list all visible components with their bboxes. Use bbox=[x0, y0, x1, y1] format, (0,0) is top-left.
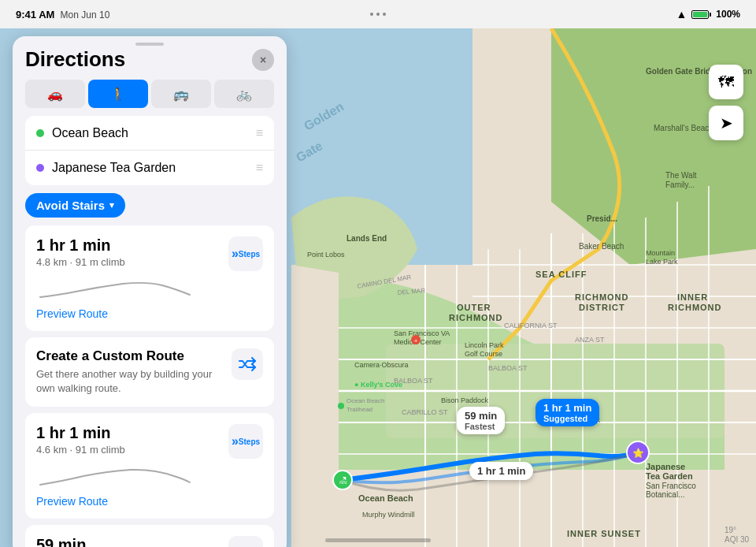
route-list[interactable]: 1 hr 1 min 4.8 km · 91 m climb » Steps P… bbox=[13, 225, 287, 547]
route-card-3[interactable]: 59 min 4.6 km · 91 m climb » Steps bbox=[25, 525, 274, 547]
svg-text:Baker Beach: Baker Beach bbox=[579, 242, 624, 251]
start-label: Ocean Beach bbox=[52, 126, 248, 140]
route-bubble-third[interactable]: 1 hr 1 min bbox=[469, 462, 533, 480]
svg-text:BALBOA ST: BALBOA ST bbox=[394, 377, 433, 385]
route-2-time: 1 hr 1 min bbox=[36, 424, 125, 442]
route-bubble-fastest[interactable]: 59 min Fastest bbox=[457, 407, 505, 434]
status-bar: 9:41 AM Mon Jun 10 ▲ 100% bbox=[0, 0, 756, 28]
route-card-1[interactable]: 1 hr 1 min 4.8 km · 91 m climb » Steps P… bbox=[25, 225, 274, 331]
tab-transit[interactable]: 🚌 bbox=[151, 80, 211, 108]
battery-percent: 100% bbox=[716, 9, 740, 20]
svg-text:Trailhead: Trailhead bbox=[346, 406, 372, 413]
custom-route-text: Create a Custom Route Get there another … bbox=[36, 348, 222, 396]
custom-route-card[interactable]: Create a Custom Route Get there another … bbox=[25, 337, 274, 407]
avoid-stairs-button[interactable]: Avoid Stairs ▾ bbox=[25, 193, 125, 218]
svg-text:Tea Garden: Tea Garden bbox=[646, 471, 693, 481]
route-2-steps-button[interactable]: » Steps bbox=[228, 424, 263, 459]
svg-text:Ocean Beach: Ocean Beach bbox=[358, 493, 413, 503]
tab-walk[interactable]: 🚶 bbox=[88, 80, 148, 108]
tab-car[interactable]: 🚗 bbox=[25, 80, 85, 108]
svg-text:San Francisco: San Francisco bbox=[646, 482, 696, 490]
route-card-3-header: 59 min 4.6 km · 91 m climb » Steps bbox=[36, 536, 263, 547]
status-right: ▲ 100% bbox=[676, 8, 740, 20]
route-inputs: Ocean Beach ≡ Japanese Tea Garden ≡ bbox=[25, 116, 274, 185]
start-input-row[interactable]: Ocean Beach ≡ bbox=[25, 116, 274, 151]
route-3-time: 59 min bbox=[36, 536, 125, 547]
transport-tabs: 🚗 🚶 🚌 🚲 bbox=[13, 80, 287, 116]
location-button[interactable]: ➤ bbox=[709, 106, 743, 140]
route-2-preview-link[interactable]: Preview Route bbox=[36, 495, 263, 508]
svg-text:Mountain: Mountain bbox=[646, 249, 675, 257]
svg-text:OUTER: OUTER bbox=[457, 303, 491, 312]
svg-text:AQI 30: AQI 30 bbox=[724, 535, 750, 544]
route-1-time: 1 hr 1 min bbox=[36, 236, 125, 255]
route-2-meta: 4.6 km · 91 m climb bbox=[36, 444, 125, 456]
top-dots bbox=[370, 0, 386, 28]
panel-header: Directions × bbox=[13, 47, 287, 80]
battery-icon bbox=[691, 10, 711, 19]
bubble-time: 59 min bbox=[465, 410, 497, 422]
drag-handle bbox=[13, 36, 287, 47]
route-1-steps-button[interactable]: » Steps bbox=[228, 236, 263, 271]
svg-text:Lake Park: Lake Park bbox=[646, 258, 678, 266]
end-drag-icon: ≡ bbox=[256, 161, 263, 175]
svg-text:RICHMOND: RICHMOND bbox=[668, 303, 722, 312]
svg-text:San Francisco VA: San Francisco VA bbox=[394, 329, 450, 337]
svg-text:CABRILLO ST: CABRILLO ST bbox=[402, 408, 448, 416]
route-1-info: 1 hr 1 min 4.8 km · 91 m climb bbox=[36, 236, 125, 268]
start-drag-icon: ≡ bbox=[256, 126, 263, 140]
home-indicator bbox=[325, 538, 431, 542]
end-dot bbox=[36, 164, 44, 172]
avoid-chevron: ▾ bbox=[109, 200, 114, 210]
map-buttons: 🗺 ➤ bbox=[709, 65, 743, 140]
route-1-meta: 4.8 km · 91 m climb bbox=[36, 256, 125, 268]
svg-text:Camera·Obscura: Camera·Obscura bbox=[354, 361, 409, 369]
start-dot bbox=[36, 129, 44, 137]
route-1-steps-icon: » bbox=[232, 247, 239, 261]
tab-bike[interactable]: 🚲 bbox=[214, 80, 274, 108]
svg-text:INNER SUNSET: INNER SUNSET bbox=[567, 529, 641, 538]
route-bubble-suggested[interactable]: 1 hr 1 min Suggested bbox=[536, 399, 599, 426]
svg-text:INNER: INNER bbox=[677, 292, 708, 302]
svg-text:Presid...: Presid... bbox=[587, 214, 617, 223]
bubble-label: Fastest bbox=[465, 422, 497, 431]
svg-text:Lincoln Park: Lincoln Park bbox=[465, 341, 504, 349]
route-2-info: 1 hr 1 min 4.6 km · 91 m climb bbox=[36, 424, 125, 456]
svg-text:Family...: Family... bbox=[665, 180, 695, 189]
svg-text:Botanical...: Botanical... bbox=[646, 490, 684, 499]
svg-text:Point Lobos: Point Lobos bbox=[307, 251, 345, 259]
status-time: 9:41 AM Mon Jun 10 bbox=[16, 9, 109, 20]
avoid-section: Avoid Stairs ▾ bbox=[13, 185, 287, 225]
map-type-button[interactable]: 🗺 bbox=[709, 65, 743, 99]
route-1-profile bbox=[36, 277, 263, 301]
svg-text:Bison Paddock: Bison Paddock bbox=[441, 396, 489, 404]
shuffle-icon bbox=[238, 355, 257, 374]
svg-text:Golf Course: Golf Course bbox=[465, 350, 502, 358]
bubble-third-time: 1 hr 1 min bbox=[477, 465, 525, 477]
svg-text:SEA CLIFF: SEA CLIFF bbox=[536, 270, 587, 279]
avoid-stairs-label: Avoid Stairs bbox=[36, 199, 105, 212]
svg-text:+: + bbox=[414, 337, 418, 344]
svg-text:ANZA ST: ANZA ST bbox=[575, 336, 605, 344]
svg-text:RICHMOND: RICHMOND bbox=[449, 313, 503, 322]
panel-title: Directions bbox=[25, 47, 125, 72]
svg-text:⭐: ⭐ bbox=[632, 447, 644, 459]
route-card-2[interactable]: 1 hr 1 min 4.6 km · 91 m climb » Steps P… bbox=[25, 413, 274, 519]
svg-text:19°: 19° bbox=[724, 526, 736, 534]
route-2-steps-label: Steps bbox=[239, 437, 260, 446]
close-button[interactable]: × bbox=[252, 49, 274, 71]
route-3-steps-button[interactable]: » Steps bbox=[228, 536, 263, 547]
svg-text:Ocean Beach: Ocean Beach bbox=[346, 397, 384, 404]
svg-text:🏖: 🏖 bbox=[339, 475, 347, 485]
route-card-2-header: 1 hr 1 min 4.6 km · 91 m climb » Steps bbox=[36, 424, 263, 459]
route-1-preview-link[interactable]: Preview Route bbox=[36, 307, 263, 320]
route-2-profile bbox=[36, 465, 263, 489]
svg-point-72 bbox=[338, 403, 344, 409]
svg-text:BALBOA ST: BALBOA ST bbox=[488, 364, 528, 372]
bubble-suggested-time: 1 hr 1 min bbox=[543, 402, 591, 414]
end-input-row[interactable]: Japanese Tea Garden ≡ bbox=[25, 151, 274, 185]
wifi-icon: ▲ bbox=[676, 8, 687, 20]
end-label: Japanese Tea Garden bbox=[52, 161, 248, 175]
route-card-1-header: 1 hr 1 min 4.8 km · 91 m climb » Steps bbox=[36, 236, 263, 271]
bubble-suggested-label: Suggested bbox=[543, 414, 591, 423]
